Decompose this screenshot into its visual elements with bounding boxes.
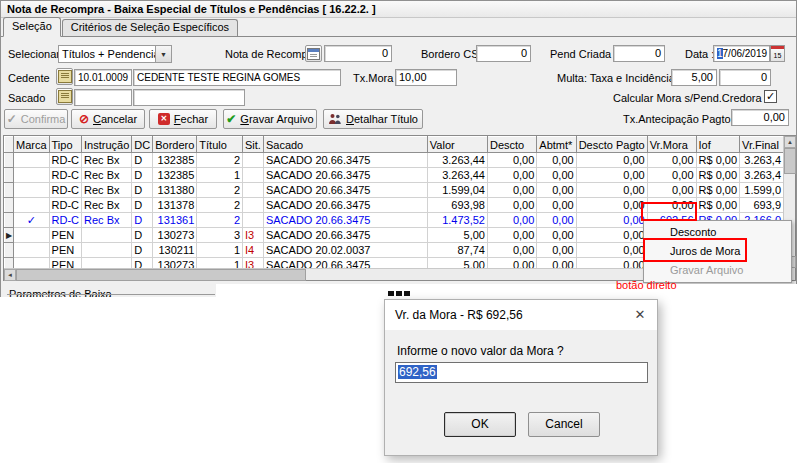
cell-vr.final: 1.599,0 bbox=[740, 183, 784, 198]
table-row[interactable]: RD-CRec BxD1323851SACADO 20.66.34753.263… bbox=[5, 168, 784, 183]
cell-abtmt*: 0,00 bbox=[537, 243, 576, 258]
column-header-tipo[interactable]: Tipo bbox=[49, 137, 82, 153]
tx-antecipacao-field[interactable]: 0,00 bbox=[731, 109, 789, 126]
mora-value-input[interactable]: 692,56 bbox=[395, 362, 648, 383]
detalhar-titulo-button[interactable]: Detalhar Título bbox=[323, 109, 423, 129]
cedente-lookup-button[interactable] bbox=[56, 68, 73, 85]
tab-critérios-de-seleção-específicos[interactable]: Critérios de Seleção Específicos bbox=[62, 19, 238, 36]
cell-sacado: SACADO 20.66.3475 bbox=[263, 183, 427, 198]
cell-descto-pagto: 0,00 bbox=[576, 198, 647, 213]
cell-título: 3 bbox=[197, 228, 243, 243]
dropdown-arrow-icon[interactable]: ▼ bbox=[155, 46, 171, 62]
scroll-left-icon[interactable]: ◄ bbox=[4, 269, 16, 281]
tab-seleção[interactable]: Seleção bbox=[3, 17, 61, 37]
cell-iof: R$ 0,00 bbox=[696, 168, 740, 183]
dialog-title: Vr. da Mora - R$ 692,56 bbox=[395, 308, 523, 322]
cancel-button[interactable]: Cancel bbox=[528, 412, 600, 437]
sacado-name-field[interactable] bbox=[133, 89, 245, 106]
pend-criada-label: Pend Criada bbox=[550, 48, 611, 60]
multa-taxa-field[interactable]: 5,00 bbox=[671, 69, 717, 86]
bordero-cs-field[interactable]: 0 bbox=[476, 45, 531, 62]
dialog-title-bar: Vr. da Mora - R$ 692,56 bbox=[385, 300, 657, 330]
column-header-título[interactable]: Título bbox=[197, 137, 243, 153]
vscroll-thumb[interactable] bbox=[784, 148, 796, 174]
cell-sit. bbox=[243, 153, 264, 168]
confirma-button[interactable]: ✓ Confirma bbox=[4, 109, 68, 129]
cell-dc: D bbox=[132, 153, 153, 168]
cell-sacado: SACADO 20.66.3475 bbox=[263, 198, 427, 213]
scroll-up-icon[interactable]: ▲ bbox=[784, 136, 796, 148]
ok-button[interactable]: OK bbox=[444, 412, 516, 437]
nota-recompra-lookup-button[interactable] bbox=[305, 45, 322, 62]
column-header-sacado[interactable]: Sacado bbox=[263, 137, 427, 153]
cell-dc: D bbox=[132, 213, 153, 228]
gravar-arquivo-button[interactable]: ✔ Gravar Arquivo bbox=[223, 109, 317, 129]
column-header-descto-pagto[interactable]: Descto Pagto bbox=[576, 137, 647, 153]
column-header-marca[interactable]: Marca bbox=[13, 137, 49, 153]
selecionar-dropdown[interactable]: Títulos + Pendencias ▼ bbox=[58, 45, 172, 63]
column-header-vr.mora[interactable]: Vr.Mora bbox=[647, 137, 696, 153]
column-header-valor[interactable]: Valor bbox=[427, 137, 487, 153]
cedente-name-field[interactable]: CEDENTE TESTE REGINA GOMES bbox=[133, 69, 341, 86]
tab-bar: SeleçãoCritérios de Seleção Específicos bbox=[1, 18, 796, 37]
cell-descto-pagto: 0,00 bbox=[576, 213, 647, 228]
table-row[interactable]: RD-CRec BxD1323852SACADO 20.66.34753.263… bbox=[5, 153, 784, 168]
row-indicator-cell bbox=[5, 168, 14, 183]
cell-descto-pagto: 0,00 bbox=[576, 243, 647, 258]
sacado-lookup-button[interactable] bbox=[56, 88, 73, 105]
column-header-vr.final[interactable]: Vr.Final bbox=[740, 137, 784, 153]
multa-incidencia-field[interactable]: 0 bbox=[719, 69, 771, 86]
cell-instrução: Rec Bx bbox=[82, 198, 132, 213]
column-header-dc[interactable]: DC bbox=[132, 137, 153, 153]
sacado-code-field[interactable] bbox=[74, 89, 132, 106]
cell-bordero: 131380 bbox=[153, 183, 197, 198]
column-header-bordero[interactable]: Bordero bbox=[153, 137, 197, 153]
pend-criada-field[interactable]: 0 bbox=[613, 45, 665, 62]
cell-abtmt*: 0,00 bbox=[537, 183, 576, 198]
cell-marca bbox=[13, 168, 49, 183]
cell-abtmt*: 0,00 bbox=[537, 258, 576, 269]
tx-mora-label: Tx.Mora bbox=[353, 72, 393, 84]
cell-título: 2 bbox=[197, 213, 243, 228]
column-header-abtmt*[interactable]: Abtmt* bbox=[537, 137, 576, 153]
data-field[interactable]: 17/06/2019 bbox=[713, 45, 770, 62]
dialog-close-icon[interactable]: ✕ bbox=[623, 300, 657, 330]
cancel-icon: ⊘ bbox=[79, 113, 89, 125]
nota-recompra-field[interactable]: 0 bbox=[324, 45, 392, 62]
cell-instrução: Rec Bx bbox=[82, 183, 132, 198]
fechar-label: Fechar bbox=[174, 113, 208, 125]
column-header-instrução[interactable]: Instrução bbox=[82, 137, 132, 153]
cell-abtmt*: 0,00 bbox=[537, 228, 576, 243]
column-header-iof[interactable]: Iof bbox=[696, 137, 740, 153]
cell-vr.mora: 0,00 bbox=[647, 183, 696, 198]
calcular-mora-checkbox[interactable]: ✓ bbox=[764, 90, 777, 103]
row-indicator-cell bbox=[5, 153, 14, 168]
cell-marca bbox=[13, 258, 49, 269]
cell-descto: 0,00 bbox=[487, 168, 536, 183]
date-picker-button[interactable]: 15 bbox=[770, 45, 785, 62]
row-indicator-header bbox=[5, 137, 14, 153]
window-title: Nota de Recompra - Baixa Especial de Tít… bbox=[7, 3, 376, 15]
menu-item-gravar-arquivo[interactable]: Gravar Arquivo bbox=[644, 261, 791, 280]
cell-descto: 0,00 bbox=[487, 258, 536, 269]
cell-vr.final: 3.263,4 bbox=[740, 153, 784, 168]
hscroll-thumb[interactable] bbox=[16, 269, 306, 281]
cedente-code-field[interactable]: 10.01.0009 bbox=[74, 69, 132, 86]
current-row-indicator: ▶ bbox=[5, 228, 14, 243]
cell-sacado: SACADO 20.66.3475 bbox=[263, 213, 427, 228]
tx-mora-field[interactable]: 10,00 bbox=[395, 69, 457, 86]
column-header-sit.[interactable]: Sit. bbox=[243, 137, 264, 153]
cell-abtmt*: 0,00 bbox=[537, 198, 576, 213]
fechar-button[interactable]: ✕ Fechar bbox=[149, 109, 217, 129]
cell-descto-pagto: 0,00 bbox=[576, 153, 647, 168]
table-row[interactable]: RD-CRec BxD1313802SACADO 20.66.34751.599… bbox=[5, 183, 784, 198]
cell-dc: D bbox=[132, 243, 153, 258]
date-picker-day: 15 bbox=[774, 52, 782, 59]
cell-descto-pagto: 0,00 bbox=[576, 168, 647, 183]
check-icon: ✓ bbox=[7, 113, 17, 125]
cell-sacado: SACADO 20.66.3475 bbox=[263, 258, 427, 269]
sacado-label: Sacado bbox=[8, 92, 45, 104]
multa-label: Multa: Taxa e Incidência bbox=[557, 72, 675, 84]
cancelar-button[interactable]: ⊘ Cancelar bbox=[71, 109, 145, 129]
column-header-descto[interactable]: Descto bbox=[487, 137, 536, 153]
